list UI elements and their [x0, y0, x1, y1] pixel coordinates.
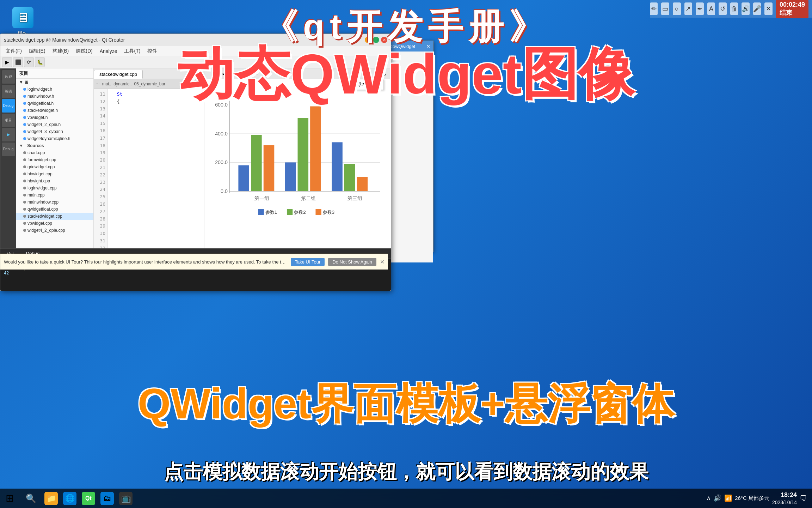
tour-close-icon[interactable]: ✕: [380, 259, 385, 265]
qt-creator-window[interactable]: stackedwidget.cpp @ MainwindowQwidget - …: [0, 34, 391, 291]
menu-analyze[interactable]: Analyze: [96, 47, 121, 55]
taskbar-search-button[interactable]: 🔍: [21, 489, 41, 508]
mic-icon[interactable]: 🎤: [753, 2, 761, 15]
file-tree-header: 项目: [16, 68, 93, 79]
toolbar-btn-3[interactable]: ⟳: [24, 57, 34, 67]
file-chart-cpp[interactable]: chart.cpp: [16, 149, 93, 156]
undo-icon[interactable]: ↺: [719, 2, 727, 15]
panel-expand-icon[interactable]: ⌄: [382, 70, 387, 78]
system-tray: ∧ 🔊 📶: [706, 494, 732, 502]
annotation-toolbar: ✏ ▭ ○ ↗ ✒ A ↺ 🗑 🔊 🎤 ✕ 00:02:49 结束: [650, 0, 812, 18]
taskbar-app-explorer[interactable]: 🗂: [98, 490, 116, 507]
taskbar-app-file-manager[interactable]: 📁: [42, 490, 60, 507]
close-icon[interactable]: ✕: [764, 2, 773, 15]
taskbar-app-list: 📁 🌐 Qt 🗂 📺: [42, 490, 135, 507]
qt-titlebar: stackedwidget.cpp @ MainwindowQwidget - …: [0, 34, 391, 46]
svg-text:第一组: 第一组: [254, 195, 269, 201]
qt-window-title: stackedwidget.cpp @ MainwindowQwidget - …: [4, 37, 125, 43]
tray-volume-icon[interactable]: 🔊: [714, 494, 721, 502]
svg-rect-13: [258, 209, 264, 215]
bar-g3-green: [344, 164, 355, 191]
file-qwidgetfloat-h[interactable]: qwidgetfloat.h: [16, 100, 93, 107]
menu-controls[interactable]: 控件: [144, 47, 161, 55]
circle-icon[interactable]: ○: [673, 2, 681, 15]
start-button[interactable]: ⊞: [0, 489, 19, 508]
bar-g1-blue: [238, 165, 249, 191]
window2-close[interactable]: ✕: [426, 44, 430, 49]
search-icon: 🔍: [26, 494, 36, 503]
svg-text:参数1: 参数1: [265, 210, 277, 215]
file-gridwidget-cpp[interactable]: gridwidget.cpp: [16, 163, 93, 170]
svg-rect-15: [287, 209, 293, 215]
delete-icon[interactable]: 🗑: [730, 2, 738, 15]
sidebar-welcome[interactable]: 欢迎: [2, 70, 15, 84]
code-area[interactable]: 11121314 15161718 19202122 23242526 2728…: [94, 89, 204, 249]
do-not-show-button[interactable]: Do Not Show Again: [328, 258, 376, 266]
arrow-icon[interactable]: ↗: [684, 2, 693, 15]
menu-edit[interactable]: 编辑(E): [25, 47, 49, 55]
file-stackedwidget-h[interactable]: stackedwidget.h: [16, 107, 93, 114]
svg-text:参数3: 参数3: [323, 210, 334, 215]
sidebar-run[interactable]: ▶: [2, 128, 15, 141]
qt-code-editor[interactable]: stackedwidget.cpp ⋯ mai.. dynamic.. 05_d…: [94, 68, 204, 249]
subtitle-overlay: QWidget界面模板+悬浮窗体: [0, 380, 812, 427]
file-widget4-3[interactable]: widget4_3_qvbar.h: [16, 128, 93, 135]
computer-icon: 🖥: [12, 7, 33, 28]
code-content[interactable]: St {: [108, 89, 204, 249]
sources-label: Sources: [27, 143, 44, 148]
toolbar-btn-4[interactable]: 🐛: [35, 57, 45, 67]
taskbar-right-area: ∧ 🔊 📶 26°C 局部多云 18:24 2023/10/14 🗨: [706, 491, 812, 506]
audio-icon[interactable]: 🔊: [742, 2, 750, 15]
sidebar-edit[interactable]: 编辑: [2, 85, 15, 98]
maximize-button[interactable]: □: [373, 37, 379, 43]
qt-file-tree[interactable]: 项目 ▼⊞ loginwidget.h mainwindow.h qwidget…: [16, 68, 94, 249]
svg-rect-17: [315, 209, 321, 215]
taskbar-app-media[interactable]: 📺: [117, 490, 135, 507]
menu-file[interactable]: 文件(F): [2, 47, 25, 55]
close-button[interactable]: ✕: [381, 37, 387, 43]
notification-icon[interactable]: 🗨: [800, 494, 807, 502]
windows-logo-icon: ⊞: [6, 492, 14, 504]
rectangle-icon[interactable]: ▭: [661, 2, 669, 15]
minimize-button[interactable]: –: [365, 37, 371, 43]
bottom-text-overlay: 点击模拟数据滚动开始按钮，就可以看到数据滚动的效果: [0, 459, 812, 485]
text-icon[interactable]: A: [707, 2, 715, 15]
file-stackedwidget-cpp[interactable]: stackedwidget.cpp: [16, 213, 93, 220]
taskbar-app-edge[interactable]: 🌐: [61, 490, 79, 507]
taskbar-app-qt[interactable]: Qt: [80, 490, 97, 507]
toolbar-btn-2[interactable]: ⬛: [13, 57, 23, 67]
tab-stackedwidget[interactable]: stackedwidget.cpp: [94, 70, 143, 79]
file-hbwidget-cpp[interactable]: hbwidget.cpp: [16, 170, 93, 177]
file-formwidget-cpp[interactable]: formwidget.cpp: [16, 156, 93, 163]
file-main-cpp[interactable]: main.cpp: [16, 192, 93, 199]
file-mainwindow-h[interactable]: mainwindow.h: [16, 93, 93, 100]
file-widget4-2-cpp[interactable]: widget4_2_qpie.cpp: [16, 227, 93, 234]
editor-tabs: stackedwidget.cpp: [94, 68, 204, 79]
file-qwidgetfloat-cpp[interactable]: qwidgetfloat.cpp: [16, 206, 93, 213]
file-hbwight-cpp[interactable]: hbwight.cpp: [16, 177, 93, 185]
sidebar-debug2[interactable]: Debug: [2, 143, 15, 156]
pen-icon[interactable]: ✒: [696, 2, 704, 15]
tray-expand-icon[interactable]: ∧: [706, 494, 711, 502]
file-widget4dynamic[interactable]: widget4dynamicqline.h: [16, 135, 93, 142]
sidebar-debug[interactable]: Debug: [2, 99, 15, 113]
file-vbwidget-cpp[interactable]: vbwidget.cpp: [16, 220, 93, 227]
menu-build[interactable]: 构建(B): [49, 47, 73, 55]
file-vbwidget-h[interactable]: vbwidget.h: [16, 114, 93, 121]
tree-expand[interactable]: ▼⊞: [16, 79, 93, 86]
tray-network-icon[interactable]: 📶: [724, 494, 732, 502]
file-widget4-2[interactable]: widget4_2_qpie.h: [16, 121, 93, 128]
pencil-icon[interactable]: ✏: [650, 2, 658, 15]
chart-tab-label[interactable]: MainwindowQwidget: [208, 70, 262, 77]
sidebar-project[interactable]: 项目: [2, 114, 15, 127]
media-icon: 📺: [119, 492, 133, 505]
file-loginwidget-cpp[interactable]: loginwidget.cpp: [16, 185, 93, 192]
file-mainwindow-cpp[interactable]: mainwindow.cpp: [16, 199, 93, 206]
file-loginwidget-h[interactable]: loginwidget.h: [16, 86, 93, 93]
svg-text:0.0: 0.0: [221, 188, 228, 194]
toolbar-btn-1[interactable]: ▶: [2, 57, 12, 67]
menu-debug[interactable]: 调试(D): [72, 47, 96, 55]
sources-section[interactable]: ▼ Sources: [16, 142, 93, 149]
menu-tools[interactable]: 工具(T): [121, 47, 144, 55]
take-tour-button[interactable]: Take UI Tour: [291, 258, 325, 266]
